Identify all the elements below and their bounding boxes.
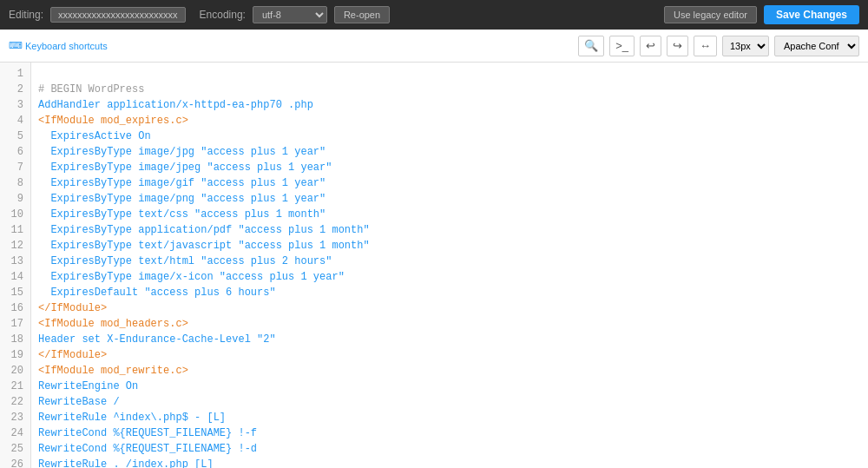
font-size-select[interactable]: 10px 11px 12px 13px 14px 16px	[722, 36, 769, 56]
line-number: 3	[3, 97, 23, 113]
code-line: Header set X-Endurance-Cache-Level "2"	[38, 332, 861, 347]
code-line: <IfModule mod_rewrite.c>	[38, 363, 861, 379]
code-line: RewriteRule . /index.php [L]	[38, 457, 861, 468]
code-line: ExpiresByType image/gif "access plus 1 y…	[38, 175, 861, 191]
code-line: ExpiresByType image/jpg "access plus 1 y…	[38, 144, 861, 160]
encoding-select[interactable]: utf-8 iso-8859-1 ascii	[253, 6, 327, 23]
undo-icon-button[interactable]: ↩	[640, 36, 661, 56]
line-number: 23	[3, 410, 23, 425]
editor-container: 1234567891011121314151617181920212223242…	[0, 63, 868, 468]
reopen-button[interactable]: Re-open	[334, 6, 390, 23]
line-number: 13	[3, 254, 23, 269]
search-icon-button[interactable]: 🔍	[578, 36, 604, 56]
code-line: RewriteEngine On	[38, 379, 861, 394]
file-path: xxxxxxxxxxxxxxxxxxxxxxxxx	[50, 7, 186, 23]
code-line: # BEGIN WordPress	[38, 82, 861, 97]
code-area[interactable]: # BEGIN WordPressAddHandler application/…	[31, 63, 868, 468]
keyboard-shortcuts-link[interactable]: ⌨ Keyboard shortcuts	[9, 40, 108, 51]
code-line: ExpiresByType text/css "access plus 1 mo…	[38, 207, 861, 222]
terminal-icon-button[interactable]: >_	[609, 36, 635, 56]
line-number: 4	[3, 113, 23, 129]
code-line: ExpiresByType image/x-icon "access plus …	[38, 269, 861, 285]
syntax-select[interactable]: Apache Conf JavaScript PHP HTML CSS	[774, 36, 859, 56]
legacy-editor-button[interactable]: Use legacy editor	[664, 6, 757, 23]
code-line: </IfModule>	[38, 347, 861, 363]
keyboard-icon: ⌨	[9, 40, 23, 51]
code-line: ExpiresByType application/pdf "access pl…	[38, 222, 861, 238]
line-number: 6	[3, 144, 23, 160]
line-number: 7	[3, 160, 23, 175]
code-line: RewriteRule ^index\.php$ - [L]	[38, 410, 861, 425]
code-line: </IfModule>	[38, 300, 861, 316]
line-number: 14	[3, 269, 23, 285]
line-number: 22	[3, 394, 23, 410]
code-line: RewriteBase /	[38, 394, 861, 410]
line-number: 19	[3, 347, 23, 363]
line-number: 17	[3, 316, 23, 332]
line-number: 18	[3, 332, 23, 347]
line-number: 9	[3, 191, 23, 207]
code-line: ExpiresActive On	[38, 129, 861, 144]
editing-label: Editing:	[9, 9, 43, 21]
line-number: 8	[3, 175, 23, 191]
editor-toolbar: ⌨ Keyboard shortcuts 🔍 >_ ↩ ↪ ↔ 10px 11p…	[0, 30, 868, 63]
line-number: 5	[3, 129, 23, 144]
line-number: 12	[3, 238, 23, 254]
line-number: 25	[3, 441, 23, 457]
line-number: 1	[3, 66, 23, 82]
line-number: 16	[3, 300, 23, 316]
line-number: 11	[3, 222, 23, 238]
code-line: ExpiresByType text/javascript "access pl…	[38, 238, 861, 254]
wrap-icon-button[interactable]: ↔	[694, 36, 717, 56]
encoding-label: Encoding:	[200, 9, 246, 21]
code-line: ExpiresByType text/html "access plus 2 h…	[38, 254, 861, 269]
line-number: 20	[3, 363, 23, 379]
code-line: AddHandler application/x-httpd-ea-php70 …	[38, 97, 861, 113]
line-number: 24	[3, 425, 23, 441]
line-numbers: 1234567891011121314151617181920212223242…	[0, 63, 31, 468]
save-changes-button[interactable]: Save Changes	[764, 5, 859, 24]
code-line: ExpiresByType image/png "access plus 1 y…	[38, 191, 861, 207]
line-number: 2	[3, 82, 23, 97]
code-line	[38, 66, 861, 82]
code-line: <IfModule mod_expires.c>	[38, 113, 861, 129]
code-line: RewriteCond %{REQUEST_FILENAME} !-f	[38, 425, 861, 441]
keyboard-shortcuts-label: Keyboard shortcuts	[25, 41, 108, 51]
code-line: ExpiresDefault "access plus 6 hours"	[38, 285, 861, 300]
top-bar: Editing: xxxxxxxxxxxxxxxxxxxxxxxxx Encod…	[0, 0, 868, 30]
code-line: <IfModule mod_headers.c>	[38, 316, 861, 332]
code-line: RewriteCond %{REQUEST_FILENAME} !-d	[38, 441, 861, 457]
code-line: ExpiresByType image/jpeg "access plus 1 …	[38, 160, 861, 175]
line-number: 10	[3, 207, 23, 222]
line-number: 21	[3, 379, 23, 394]
redo-icon-button[interactable]: ↪	[667, 36, 688, 56]
line-number: 26	[3, 457, 23, 468]
line-number: 15	[3, 285, 23, 300]
